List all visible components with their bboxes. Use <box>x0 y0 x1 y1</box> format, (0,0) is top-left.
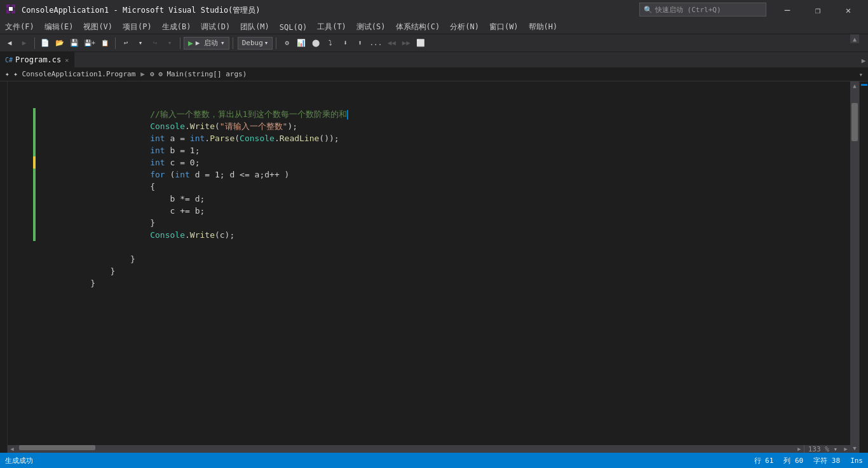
toolbar-extra-group: ⚙ 📊 ⬤ ⤵ ⬇ ⬆ ... ◀◀ ▶▶ ⬜ <box>280 36 428 50</box>
menu-sql[interactable]: SQL(Q) <box>275 20 312 34</box>
menu-view[interactable]: 视图(V) <box>78 20 118 34</box>
h-scroll-track[interactable] <box>17 445 795 453</box>
menu-bar: 文件(F) 编辑(E) 视图(V) 项目(P) 生成(B) 调试(D) 团队(M… <box>0 20 868 34</box>
annotation-marker <box>861 84 867 86</box>
title-bar: ConsoleApplication1 - Microsoft Visual S… <box>0 0 868 20</box>
minimize-button[interactable]: ─ <box>773 0 802 20</box>
menu-edit[interactable]: 编辑(E) <box>39 20 79 34</box>
toolbar-sep3 <box>180 38 180 49</box>
tab-scroll-right[interactable]: ▶ <box>859 53 868 67</box>
debug-mode-arrow: ▾ <box>264 39 269 47</box>
h-scroll-right[interactable]: ▶ <box>795 445 804 453</box>
h-scroll-left[interactable]: ◀ <box>8 445 17 453</box>
code-line-empty3 <box>8 301 850 313</box>
toolbar-start-label: ▶ 启动 <box>194 38 219 48</box>
code-line-close-method: } <box>8 253 850 265</box>
toolbar-redo-dropdown[interactable]: ▾ <box>163 36 177 50</box>
toolbar-step-into[interactable]: ⬇ <box>338 36 352 50</box>
toolbar-new[interactable]: 📄 <box>38 36 52 50</box>
toolbar-save-all[interactable]: 💾+ <box>82 36 97 50</box>
menu-help[interactable]: 帮助(H) <box>524 20 563 34</box>
toolbar-undo-group: ↩ ▾ ↪ ▾ <box>119 36 177 50</box>
bookmark-gutter <box>0 81 8 453</box>
code-line-console-write-c: Console.Write(c); <box>8 229 850 241</box>
toolbar-attach[interactable]: ⚙ <box>280 36 294 50</box>
toolbar-perf[interactable]: 📊 <box>294 36 308 50</box>
toolbar-back[interactable]: ◀ <box>3 36 17 50</box>
breadcrumb-sep1: ▶ <box>140 70 145 78</box>
toolbar-mem2[interactable]: ▶▶ <box>399 36 413 50</box>
toolbar-additem[interactable]: 📋 <box>98 36 112 50</box>
menu-tools[interactable]: 工具(T) <box>312 20 351 34</box>
scroll-up-arrow[interactable]: ▲ <box>850 81 859 90</box>
scroll-down-arrow[interactable]: ▼ <box>850 444 859 453</box>
vertical-scrollbar[interactable]: ▲ ▼ <box>850 81 859 453</box>
code-line <box>8 84 850 96</box>
breadcrumb-bar: ✦ ✦ ConsoleApplication1.Program ▶ ⚙ ⚙ Ma… <box>0 67 868 81</box>
close-button[interactable]: ✕ <box>834 0 863 20</box>
toolbar-breakpoint[interactable]: ⬤ <box>309 36 323 50</box>
menu-debug[interactable]: 调试(D) <box>196 20 235 34</box>
scroll-thumb[interactable] <box>851 103 858 141</box>
toolbar-step-out[interactable]: ⬆ <box>353 36 367 50</box>
menu-test[interactable]: 测试(S) <box>351 20 391 34</box>
title-bar-right: ─ ❐ ✕ <box>773 0 863 20</box>
toolbar-mem3[interactable]: ⬜ <box>414 36 428 50</box>
toolbar-file-group: 📄 📂 💾 💾+ 📋 <box>38 36 112 50</box>
status-bar-left: 生成成功 <box>5 456 33 465</box>
breadcrumb-method[interactable]: ⚙ ⚙ Main(string[] args) <box>150 70 247 78</box>
tab-cs-icon: C# <box>5 57 13 64</box>
toolbar-nav-group: ◀ ▶ <box>3 36 31 50</box>
toolbar-sep2 <box>115 38 116 49</box>
cursor-row: 行 61 <box>754 456 774 465</box>
menu-team[interactable]: 团队(M) <box>235 20 275 34</box>
toolbar-sep1 <box>34 38 35 49</box>
toolbar-save[interactable]: 💾 <box>67 36 81 50</box>
toolbar: ◀ ▶ 📄 📂 💾 💾+ 📋 ↩ ▾ ↪ ▾ ▶ ▶ 启动 ▾ Debug ▾ … <box>0 34 868 52</box>
debug-mode-label: Debug <box>242 39 263 47</box>
h-scroll-thumb[interactable] <box>19 445 95 450</box>
menu-project[interactable]: 项目(P) <box>118 20 157 34</box>
toolbar-sep4 <box>233 38 233 49</box>
tab-bar-right: ▶ <box>74 53 868 67</box>
menu-file[interactable]: 文件(F) <box>0 20 39 34</box>
toolbar-forward[interactable]: ▶ <box>17 36 31 50</box>
toolbar-mem1[interactable]: ◀◀ <box>384 36 398 50</box>
toolbar-run-dropdown[interactable]: ▾ <box>220 39 225 47</box>
scroll-track[interactable] <box>850 90 859 444</box>
insert-mode: Ins <box>850 457 863 465</box>
toolbar-hexdump[interactable]: ... <box>367 36 384 50</box>
breadcrumb-class[interactable]: ✦ ✦ ConsoleApplication1.Program <box>5 70 135 78</box>
quick-launch-placeholder: 快速启动 (Ctrl+Q) <box>655 5 721 15</box>
cursor-char: 字符 38 <box>813 456 840 465</box>
toolbar-debug-mode[interactable]: Debug ▾ <box>238 37 273 50</box>
toolbar-open[interactable]: 📂 <box>53 36 67 50</box>
editor-scroll-up[interactable]: ▲ <box>850 34 859 43</box>
code-line-close-namespace: } <box>8 277 850 289</box>
menu-analyze[interactable]: 分析(N) <box>445 20 484 34</box>
main-editor[interactable]: //输入一个整数，算出从1到这个数每一个数阶乘的和 Console.Write(… <box>8 81 850 453</box>
toolbar-run[interactable]: ▶ ▶ 启动 ▾ <box>184 37 229 50</box>
quick-launch[interactable]: 🔍 快速启动 (Ctrl+Q) <box>639 3 766 17</box>
menu-window[interactable]: 窗口(W) <box>484 20 524 34</box>
zoom-level[interactable]: 133 % ▾ <box>804 445 841 453</box>
code-editor[interactable]: //输入一个整数，算出从1到这个数每一个数阶乘的和 Console.Write(… <box>8 81 850 445</box>
menu-build[interactable]: 生成(B) <box>157 20 196 34</box>
vs-logo <box>5 3 17 17</box>
svg-rect-5 <box>9 7 13 11</box>
status-bar: 生成成功 行 61 列 60 字符 38 Ins <box>0 453 868 468</box>
build-status: 生成成功 <box>5 456 33 465</box>
breadcrumb-right-dropdown[interactable]: ▾ <box>858 69 863 79</box>
h-scroll-right2[interactable]: ▶ <box>841 445 850 453</box>
window-title: ConsoleApplication1 - Microsoft Visual S… <box>22 5 261 16</box>
tab-program-cs[interactable]: C# Program.cs ✕ <box>0 52 74 67</box>
toolbar-redo[interactable]: ↪ <box>148 36 162 50</box>
horizontal-scrollbar[interactable]: ◀ ▶ 133 % ▾ ▶ <box>8 445 850 453</box>
tab-program-cs-label: Program.cs <box>15 55 61 64</box>
toolbar-undo[interactable]: ↩ <box>119 36 133 50</box>
toolbar-undo-dropdown[interactable]: ▾ <box>133 36 147 50</box>
code-line-empty4 <box>8 313 850 326</box>
menu-architecture[interactable]: 体系结构(C) <box>391 20 445 34</box>
restore-button[interactable]: ❐ <box>803 0 832 20</box>
toolbar-step-over[interactable]: ⤵ <box>323 36 337 50</box>
